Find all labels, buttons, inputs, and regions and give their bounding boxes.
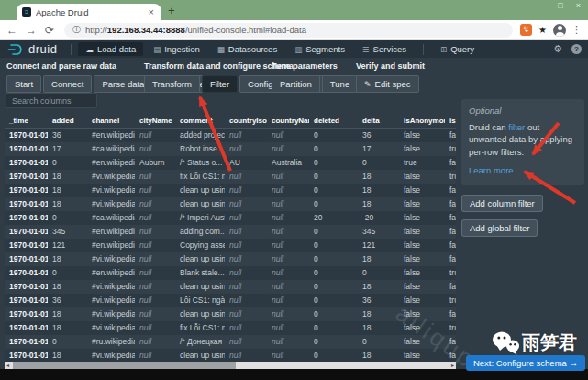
column-header-isanonymous[interactable]: isAnonymous — [399, 114, 445, 128]
cell-countryisocod: null — [225, 294, 267, 307]
table-row[interactable]: 1970-01-01T..0#ca.wikipedianull/* Imperi… — [5, 211, 456, 225]
column-header-cityname[interactable]: cityName — [135, 114, 175, 128]
help-icon[interactable]: ? — [571, 44, 582, 54]
search-columns-input[interactable] — [6, 93, 97, 108]
scroll-left-icon[interactable]: ◂ — [6, 362, 9, 369]
nav-item-services[interactable]: ☰Services — [355, 42, 414, 56]
nav-item-query[interactable]: ⊞Query — [433, 42, 482, 56]
forward-icon[interactable]: → — [26, 24, 37, 37]
step-button-tune[interactable]: Tune — [322, 75, 358, 93]
cell-cityname: null — [135, 142, 175, 156]
scrollbar-thumb[interactable] — [13, 362, 236, 369]
column-header-countryname[interactable]: countryName — [267, 114, 309, 128]
table-row[interactable]: 1970-01-01T..36#vi.wikipedianullLỗi CS1:… — [5, 294, 456, 307]
settings-gear-icon[interactable]: ⚙ — [553, 43, 562, 55]
nav-item-label: Services — [373, 44, 406, 54]
cell-is: false — [445, 156, 456, 170]
window-close-icon[interactable]: × — [576, 1, 581, 10]
add-column-filter-button[interactable]: Add column filter — [461, 195, 543, 212]
druid-logo-icon — [6, 43, 25, 56]
table-row[interactable]: 1970-01-01T..0#ru.wikipedianull/* Донецк… — [5, 335, 456, 349]
cell-countryisocod: null — [225, 280, 267, 294]
step-button-edit-spec[interactable]: ✎Edit spec — [356, 75, 419, 93]
step-button-partition[interactable]: Partition — [272, 75, 320, 93]
nav-item-ingestion[interactable]: ▤Ingestion — [146, 42, 207, 56]
table-row[interactable]: 1970-01-01T..345#en.wikipedianulladding … — [5, 225, 456, 239]
cell--time: 1970-01-01T.. — [5, 294, 48, 307]
extension-badge-icon[interactable]: ↯ — [520, 24, 532, 36]
nav-item-segments[interactable]: ▥Segments — [287, 42, 352, 56]
window-minimize-icon[interactable]: — — [537, 1, 545, 10]
tab-close-icon[interactable]: × — [147, 6, 156, 17]
window-maximize-icon[interactable]: □ — [558, 1, 562, 10]
table-row[interactable]: 1970-01-01T..18#vi.wikipedianullclean up… — [5, 197, 456, 211]
cell-countryisocod: null — [225, 335, 267, 349]
cell-delta: 18 — [358, 252, 399, 266]
site-info-icon[interactable]: ⓘ — [72, 24, 81, 36]
column-header-deleted[interactable]: deleted — [309, 114, 358, 128]
next-configure-schema-button[interactable]: Next: Configure schema → — [466, 355, 585, 371]
cell-cityname: null — [135, 294, 175, 307]
cell--time: 1970-01-01T.. — [5, 197, 48, 211]
folder-icon: ▤ — [153, 45, 161, 54]
browser-menu-icon[interactable]: ⋮ — [571, 24, 582, 36]
cell-channel: #en.wikipedia — [87, 156, 135, 170]
address-bar[interactable]: ⓘ http://192.168.34.44:8888/unified-cons… — [64, 23, 513, 38]
table-row[interactable]: 1970-01-01T..18#vi.wikipedianullfix Lỗi … — [5, 170, 456, 184]
step-button-transform[interactable]: Transform — [144, 75, 200, 93]
table-row[interactable]: 1970-01-01T..36#en.wikipedianulladded pr… — [5, 129, 456, 142]
cell-countryisocod: null — [225, 321, 267, 335]
cell-deleted: 0 — [309, 294, 358, 307]
table-row[interactable]: 1970-01-01T..18#vi.wikipedianullfix Lỗi … — [5, 321, 456, 335]
cell-isanonymous: false — [399, 184, 445, 197]
column-header-delta[interactable]: delta — [358, 114, 399, 128]
table-row[interactable]: 1970-01-01T..18#vi.wikipedianullclean up… — [5, 307, 456, 321]
table-row[interactable]: 1970-01-01T..18#vi.wikipedianullclean up… — [5, 184, 456, 197]
table-row[interactable]: 1970-01-01T..18#vi.wikipedianullclean up… — [5, 252, 456, 266]
column-header--time[interactable]: _time — [5, 114, 48, 128]
step-button-label: Start — [15, 79, 33, 89]
table-row[interactable]: 1970-01-01T..18#vi.wikipedianullclean up… — [5, 349, 456, 363]
filter-link[interactable]: filter — [508, 122, 525, 132]
add-global-filter-button[interactable]: Add global filter — [461, 219, 538, 237]
browser-tab[interactable]: ɔ Apache Druid × — [17, 4, 161, 20]
bar-chart-icon: ▥ — [294, 45, 302, 54]
cell-is: false — [445, 225, 456, 239]
column-header-countryisocod[interactable]: countryIsoCod — [225, 114, 267, 128]
cell-comment: /* Imperi Aust... — [175, 211, 225, 225]
cell-countryname: null — [267, 335, 309, 349]
extensions-pin-icon[interactable]: ★ — [538, 25, 547, 35]
learn-more-link[interactable]: Learn more — [469, 165, 514, 175]
step-button-filter[interactable]: Filter — [202, 75, 238, 93]
watermark-brand-text: 雨笋君 — [522, 330, 577, 355]
column-header-comment[interactable]: comment — [175, 114, 225, 128]
cell-cityname: null — [135, 335, 175, 349]
table-row[interactable]: 1970-01-01T..0#en.wikipediaAuburn/* Stat… — [5, 156, 456, 170]
nav-item-load-data[interactable]: ☁Load data — [78, 42, 143, 56]
step-button-label: Parse data — [102, 79, 144, 89]
cell-delta: 18 — [358, 184, 399, 197]
column-header-channel[interactable]: channel — [87, 114, 135, 128]
cell-comment: clean up usin... — [175, 349, 225, 363]
table-row[interactable]: 1970-01-01T..17#ca.wikipedianullRobot in… — [5, 142, 456, 156]
table-row[interactable]: 1970-01-01T..18#vi.wikipedianullclean up… — [5, 280, 456, 294]
table-row[interactable]: 1970-01-01T..0#en.wikipedianullBlank sta… — [5, 266, 456, 280]
cell-channel: #ca.wikipedia — [87, 211, 135, 225]
column-header-added[interactable]: added — [48, 114, 87, 128]
step-button-start[interactable]: Start — [6, 75, 41, 93]
profile-avatar[interactable] — [553, 24, 566, 37]
reload-icon[interactable]: ⟳ — [45, 24, 54, 37]
cell-deleted: 0 — [309, 225, 358, 239]
step-button-connect[interactable]: Connect — [43, 75, 92, 93]
new-tab-button[interactable]: + — [168, 4, 175, 17]
cell-cityname: null — [135, 280, 175, 294]
tab-title: Apache Druid — [36, 7, 147, 17]
horizontal-scrollbar[interactable]: ◂ ▸ — [5, 362, 456, 369]
cell-cityname: null — [135, 266, 175, 280]
column-header-is[interactable]: is — [445, 114, 456, 128]
cell-countryname: null — [267, 211, 309, 225]
cell-comment: adding com... — [175, 225, 225, 239]
nav-item-datasources[interactable]: ▦Datasources — [210, 42, 284, 56]
back-icon[interactable]: ← — [6, 24, 17, 37]
table-row[interactable]: 1970-01-01T..121#en.wikipedianullCopying… — [5, 239, 456, 252]
